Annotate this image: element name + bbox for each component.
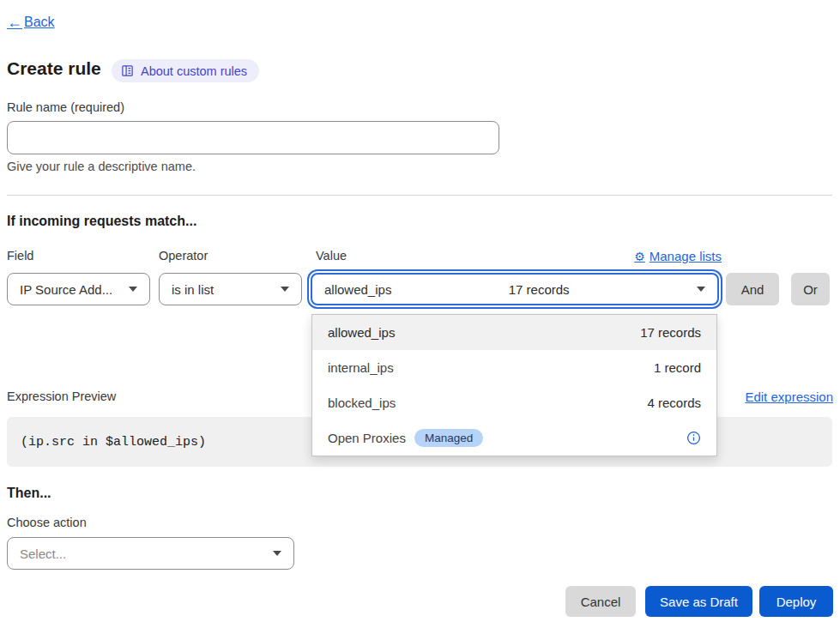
operator-label: Operator bbox=[159, 249, 208, 263]
expression-code: (ip.src in $allowed_ips) bbox=[21, 435, 206, 450]
field-label: Field bbox=[7, 249, 33, 263]
action-select-placeholder: Select... bbox=[20, 546, 66, 561]
chevron-down-icon bbox=[273, 551, 281, 556]
value-select[interactable]: allowed_ips 17 records bbox=[311, 273, 719, 305]
gear-icon: ⚙ bbox=[634, 250, 645, 263]
value-select-value: allowed_ips bbox=[324, 282, 391, 297]
list-option-meta: 1 record bbox=[654, 360, 701, 375]
rule-name-helper: Give your rule a descriptive name. bbox=[7, 160, 196, 173]
info-icon[interactable] bbox=[686, 431, 701, 445]
chevron-down-icon bbox=[281, 287, 289, 292]
list-option-name: Open Proxies bbox=[328, 431, 406, 445]
operator-select[interactable]: is in list bbox=[159, 273, 302, 305]
list-option-open-proxies[interactable]: Open Proxies Managed bbox=[312, 420, 716, 456]
match-heading: If incoming requests match... bbox=[7, 214, 196, 229]
list-dropdown: allowed_ips 17 records internal_ips 1 re… bbox=[311, 314, 717, 456]
and-button[interactable]: And bbox=[726, 273, 779, 305]
managed-badge: Managed bbox=[414, 429, 483, 447]
deploy-button[interactable]: Deploy bbox=[759, 586, 833, 617]
list-option-blocked-ips[interactable]: blocked_ips 4 records bbox=[312, 385, 716, 420]
manage-lists-label: Manage lists bbox=[650, 249, 722, 263]
book-icon bbox=[121, 64, 134, 77]
value-select-records: 17 records bbox=[509, 282, 570, 297]
list-option-name: blocked_ips bbox=[328, 395, 396, 410]
list-option-meta: 17 records bbox=[640, 325, 701, 340]
list-option-allowed-ips[interactable]: allowed_ips 17 records bbox=[312, 315, 716, 350]
about-custom-rules-badge[interactable]: About custom rules bbox=[112, 59, 259, 82]
chevron-down-icon bbox=[129, 287, 137, 292]
section-divider bbox=[7, 195, 832, 196]
list-option-name: allowed_ips bbox=[328, 325, 395, 340]
action-select[interactable]: Select... bbox=[7, 537, 294, 570]
list-option-name: internal_ips bbox=[328, 360, 394, 375]
expression-preview-label: Expression Preview bbox=[7, 389, 116, 403]
or-button[interactable]: Or bbox=[791, 273, 830, 305]
operator-select-value: is in list bbox=[172, 282, 214, 297]
chevron-down-icon bbox=[697, 287, 705, 292]
page-title: Create rule bbox=[7, 58, 101, 79]
create-rule-page: ← Back Create rule About custom rules Ru… bbox=[0, 0, 840, 634]
choose-action-label: Choose action bbox=[7, 516, 87, 529]
rule-name-label: Rule name (required) bbox=[7, 100, 124, 114]
list-option-meta: 4 records bbox=[647, 395, 701, 410]
manage-lists-link[interactable]: ⚙ Manage lists bbox=[634, 249, 722, 263]
value-label: Value bbox=[316, 249, 347, 263]
back-link-label: Back bbox=[24, 15, 55, 30]
field-select[interactable]: IP Source Add... bbox=[7, 273, 150, 305]
about-custom-rules-label: About custom rules bbox=[141, 64, 247, 78]
rule-name-input[interactable] bbox=[7, 121, 499, 154]
save-draft-button[interactable]: Save as Draft bbox=[645, 586, 752, 617]
back-link[interactable]: ← Back bbox=[7, 15, 55, 30]
edit-expression-link[interactable]: Edit expression bbox=[745, 389, 833, 404]
list-option-internal-ips[interactable]: internal_ips 1 record bbox=[312, 350, 716, 385]
field-select-value: IP Source Add... bbox=[20, 282, 112, 297]
then-heading: Then... bbox=[7, 486, 51, 501]
back-arrow-icon: ← bbox=[7, 15, 22, 30]
cancel-button[interactable]: Cancel bbox=[565, 586, 636, 617]
